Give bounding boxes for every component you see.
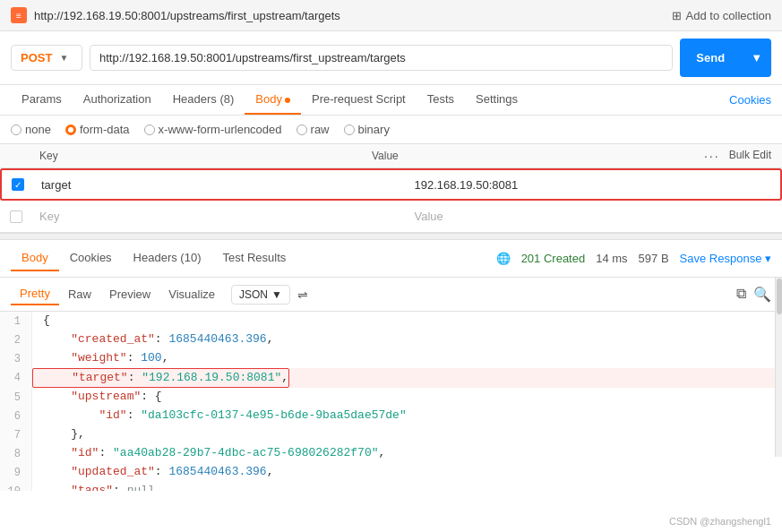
cookies-link[interactable]: Cookies: [729, 93, 771, 107]
radio-binary: [344, 124, 355, 135]
tab-tests[interactable]: Tests: [417, 85, 465, 115]
radio-raw: [296, 124, 307, 135]
search-icon[interactable]: 🔍: [753, 286, 771, 303]
app-icon: ≡: [11, 7, 27, 23]
method-chevron-icon: ▼: [59, 53, 68, 63]
scrollbar-thumb[interactable]: [777, 279, 782, 314]
kv-key-placeholder[interactable]: Key: [32, 204, 408, 228]
format-tab-raw[interactable]: Raw: [59, 284, 100, 305]
format-tab-preview[interactable]: Preview: [100, 284, 159, 305]
globe-icon: 🌐: [496, 252, 511, 265]
response-tab-test-results[interactable]: Test Results: [211, 245, 296, 271]
watermark: CSDN @zhangshengl1: [669, 516, 771, 527]
format-chevron-icon: ▼: [271, 288, 282, 301]
json-line: 8 "id": "aa40ab28-29b7-4dbc-ac75-6980262…: [0, 444, 782, 463]
json-line: 9 "updated_at": 1685440463.396,: [0, 463, 782, 482]
tab-authorization[interactable]: Authorization: [73, 85, 162, 115]
response-status: 201 Created: [521, 252, 586, 265]
body-dot: [285, 98, 290, 103]
request-bar: POST ▼ Send ▼: [0, 31, 782, 85]
kv-checkbox[interactable]: ✓: [2, 178, 34, 191]
response-tab-body[interactable]: Body: [11, 245, 59, 271]
response-tabs: Body Cookies Headers (10) Test Results: [11, 245, 296, 271]
radio-form-data: [65, 124, 76, 135]
json-line: 5 "upstream": {: [0, 388, 782, 407]
json-line: 10 "tags": null: [0, 482, 782, 491]
more-options-icon[interactable]: ···: [704, 149, 720, 163]
url-bar: ≡ http://192.168.19.50:8001/upstreams/fi…: [0, 0, 782, 31]
kv-header: Key Value ··· Bulk Edit: [0, 144, 782, 168]
add-to-collection-button[interactable]: ⊞ Add to collection: [672, 9, 771, 22]
json-line: 3 "weight": 100,: [0, 349, 782, 368]
body-type-none[interactable]: none: [11, 123, 51, 136]
json-line: 7 },: [0, 425, 782, 444]
tab-params[interactable]: Params: [11, 85, 73, 115]
response-header: Body Cookies Headers (10) Test Results 🌐…: [0, 240, 782, 278]
format-tab-visualize[interactable]: Visualize: [159, 284, 224, 305]
kv-checkbox[interactable]: [0, 210, 32, 223]
response-time: 14 ms: [596, 252, 627, 265]
kv-row: Key Value: [0, 201, 782, 233]
tab-headers[interactable]: Headers (8): [162, 85, 245, 115]
response-size: 597 B: [639, 252, 669, 265]
response-meta: 🌐 201 Created 14 ms 597 B Save Response …: [496, 252, 771, 265]
section-divider: [0, 233, 782, 240]
method-label: POST: [21, 51, 52, 64]
kv-value-placeholder[interactable]: Value: [408, 204, 783, 228]
send-button[interactable]: Send ▼: [680, 39, 771, 77]
request-tabs-row: Params Authorization Headers (8) Body Pr…: [0, 85, 782, 116]
bulk-edit-button[interactable]: Bulk Edit: [729, 149, 771, 163]
url-input[interactable]: [90, 45, 673, 71]
response-tab-cookies[interactable]: Cookies: [59, 245, 123, 271]
body-type-raw[interactable]: raw: [296, 123, 330, 136]
body-type-row: none form-data x-www-form-urlencoded raw…: [0, 116, 782, 144]
radio-none: [11, 124, 21, 135]
save-response-button[interactable]: Save Response ▾: [680, 252, 771, 265]
response-action-icons: ⧉ 🔍: [736, 286, 771, 303]
tab-settings[interactable]: Settings: [465, 85, 528, 115]
response-tab-headers[interactable]: Headers (10): [123, 245, 212, 271]
send-arrow-icon: ▼: [742, 45, 771, 71]
copy-icon[interactable]: ⧉: [736, 286, 746, 303]
body-type-form-data[interactable]: form-data: [65, 123, 130, 136]
format-type-select[interactable]: JSON ▼: [231, 285, 290, 305]
send-label: Send: [680, 45, 741, 71]
url-bar-url: http://192.168.19.50:8001/upstreams/firs…: [34, 9, 340, 22]
scrollbar-track[interactable]: [775, 278, 782, 457]
radio-urlencoded: [144, 124, 155, 135]
format-tab-pretty[interactable]: Pretty: [11, 283, 59, 305]
kv-key-input[interactable]: target: [34, 173, 408, 197]
tab-pre-request[interactable]: Pre-request Script: [301, 85, 417, 115]
body-type-binary[interactable]: binary: [344, 123, 390, 136]
json-line: 6 "id": "da103cfc-0137-4e95-b6de-9baa5da…: [0, 407, 782, 425]
kv-row: ✓ target 192.168.19.50:8081: [0, 168, 782, 201]
json-line-highlighted: 4 "target": "192.168.19.50:8081",: [0, 368, 782, 388]
body-type-urlencoded[interactable]: x-www-form-urlencoded: [144, 123, 282, 136]
method-select[interactable]: POST ▼: [11, 45, 82, 71]
filter-icon[interactable]: ⇌: [297, 287, 308, 302]
kv-table: Key Value ··· Bulk Edit ✓ target 192.168…: [0, 144, 782, 233]
format-row: Pretty Raw Preview Visualize JSON ▼ ⇌ ⧉ …: [0, 278, 782, 312]
json-line: 2 "created_at": 1685440463.396,: [0, 330, 782, 349]
json-line: 1 {: [0, 312, 782, 330]
collection-icon: ⊞: [672, 9, 682, 22]
json-content: 1 { 2 "created_at": 1685440463.396, 3 "w…: [0, 312, 782, 491]
kv-value-input[interactable]: 192.168.19.50:8081: [408, 173, 781, 197]
tab-body[interactable]: Body: [245, 85, 301, 115]
